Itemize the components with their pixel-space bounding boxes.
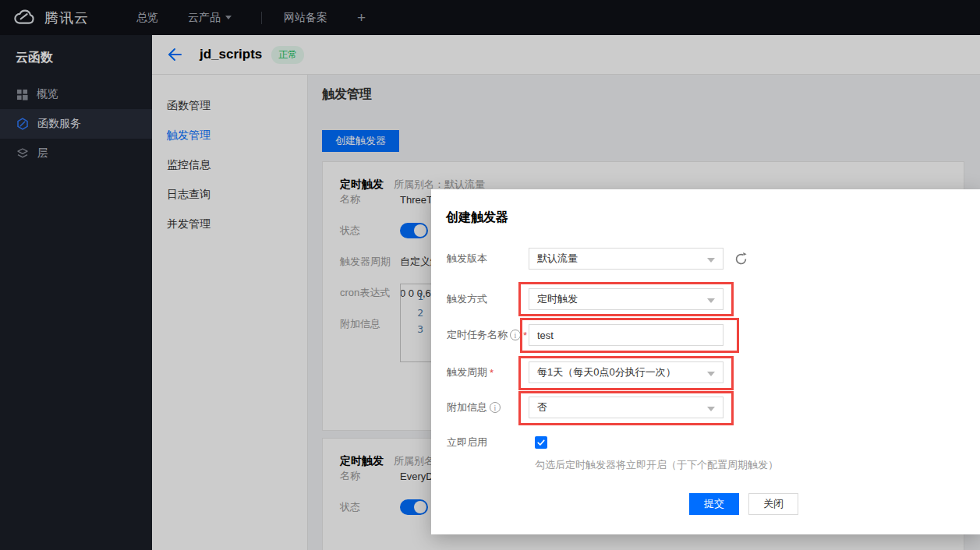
required-mark: * [523, 330, 527, 341]
info-icon [510, 330, 521, 340]
modal-title: 创建触发器 [446, 210, 508, 226]
refresh-icon[interactable] [734, 252, 748, 266]
trigger-cycle-select[interactable]: 每1天（每天0点0分执行一次） [529, 361, 724, 383]
chevron-down-icon [707, 407, 715, 411]
field-extra-info: 附加信息 否 [447, 397, 724, 418]
task-name-field [529, 324, 724, 346]
modal-footer: 提交 关闭 [689, 493, 798, 515]
field-trigger-version: 触发版本 默认流量 [447, 248, 748, 270]
trigger-version-select[interactable]: 默认流量 [529, 248, 724, 270]
task-name-input[interactable] [537, 330, 715, 341]
field-enable-now: 立即启用 [447, 435, 547, 450]
create-trigger-modal: 创建触发器 触发版本 默认流量 触发方式 定时触发 定时任务名称 [431, 189, 980, 534]
field-task-name: 定时任务名称 * [447, 324, 724, 346]
enable-now-hint: 勾选后定时触发器将立即开启（于下个配置周期触发） [535, 458, 778, 472]
trigger-method-select[interactable]: 定时触发 [529, 288, 724, 310]
field-trigger-cycle: 触发周期 * 每1天（每天0点0分执行一次） [447, 361, 724, 383]
extra-info-select[interactable]: 否 [529, 397, 724, 418]
submit-button[interactable]: 提交 [689, 493, 739, 515]
required-mark: * [490, 367, 494, 379]
chevron-down-icon [707, 298, 715, 303]
chevron-down-icon [707, 372, 715, 376]
enable-now-checkbox[interactable] [535, 436, 547, 449]
chevron-down-icon [707, 258, 715, 263]
close-button[interactable]: 关闭 [748, 493, 798, 515]
field-trigger-method: 触发方式 定时触发 [447, 288, 724, 310]
info-icon [490, 402, 501, 413]
